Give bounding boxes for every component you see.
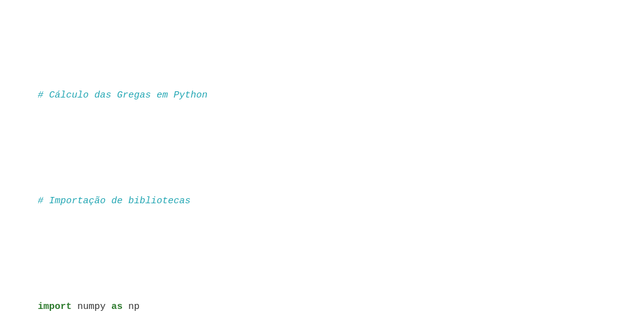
comment-2: # Importação de bibliotecas [38, 196, 191, 206]
code-line-1: # Cálculo das Gregas em Python [15, 73, 629, 118]
normal-1: numpy [72, 301, 111, 312]
code-line-2: # Importação de bibliotecas [15, 179, 629, 224]
normal-2: np [123, 301, 140, 312]
keyword-as-1: as [111, 301, 123, 312]
code-line-3: import numpy as np [15, 284, 629, 330]
keyword-import-1: import [38, 301, 72, 312]
code-block: # Cálculo das Gregas em Python # Importa… [15, 13, 629, 331]
comment-1: # Cálculo das Gregas em Python [38, 90, 208, 101]
